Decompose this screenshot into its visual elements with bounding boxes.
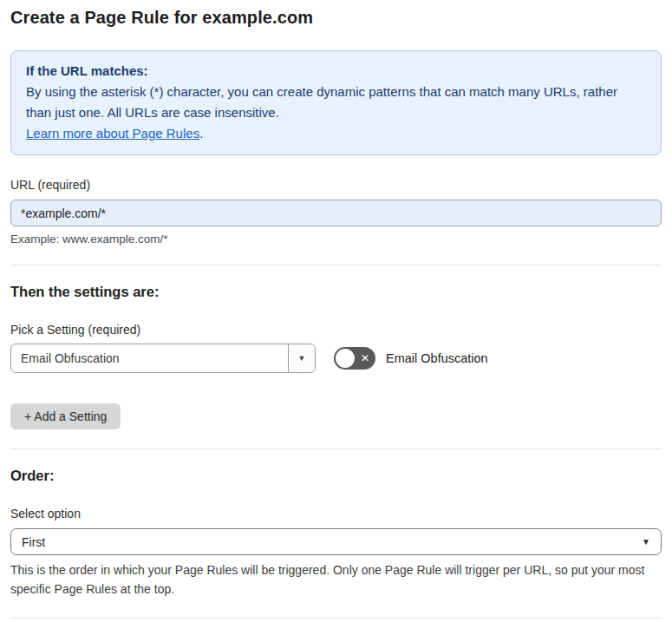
setting-row: Email Obfuscation ▼ ✕ Email Obfuscation bbox=[10, 344, 662, 373]
divider bbox=[10, 448, 662, 449]
chevron-down-icon: ▼ bbox=[642, 537, 650, 547]
info-box-heading: If the URL matches: bbox=[26, 61, 646, 82]
url-field-label: URL (required) bbox=[10, 178, 662, 192]
order-select-label: Select option bbox=[10, 507, 662, 521]
link-period: . bbox=[199, 126, 203, 141]
info-box-link-line: Learn more about Page Rules. bbox=[26, 123, 646, 144]
toggle-off-x-icon: ✕ bbox=[361, 353, 369, 363]
url-match-info-box: If the URL matches: By using the asteris… bbox=[10, 50, 662, 155]
order-section-heading: Order: bbox=[10, 468, 662, 484]
toggle-knob bbox=[336, 349, 355, 368]
order-select[interactable]: First ▼ bbox=[10, 528, 662, 555]
email-obfuscation-toggle[interactable]: ✕ bbox=[334, 347, 375, 370]
info-box-body: By using the asterisk (*) character, you… bbox=[26, 82, 646, 123]
toggle-label: Email Obfuscation bbox=[386, 351, 488, 365]
url-example-hint: Example: www.example.com/* bbox=[10, 232, 662, 246]
order-hint: This is the order in which your Page Rul… bbox=[10, 560, 662, 599]
page-rule-form: Create a Page Rule for example.com If th… bbox=[0, 8, 672, 622]
chevron-down-icon: ▼ bbox=[298, 354, 306, 363]
setting-dropdown-value: Email Obfuscation bbox=[11, 344, 288, 372]
divider bbox=[10, 265, 662, 265]
dropdown-caret-segment[interactable]: ▼ bbox=[288, 344, 315, 372]
setting-dropdown[interactable]: Email Obfuscation ▼ bbox=[10, 344, 316, 373]
learn-more-link[interactable]: Learn more about Page Rules bbox=[26, 126, 199, 141]
divider bbox=[10, 618, 662, 619]
add-setting-button[interactable]: + Add a Setting bbox=[10, 403, 121, 429]
page-title: Create a Page Rule for example.com bbox=[10, 8, 662, 28]
url-input[interactable] bbox=[10, 200, 662, 226]
order-select-value: First bbox=[22, 535, 45, 549]
settings-section-heading: Then the settings are: bbox=[10, 284, 662, 300]
pick-setting-label: Pick a Setting (required) bbox=[10, 323, 662, 337]
